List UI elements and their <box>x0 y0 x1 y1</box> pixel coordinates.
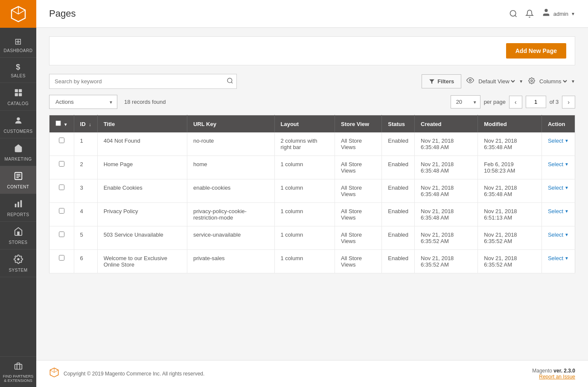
actions-select[interactable]: Actions <box>49 95 117 109</box>
table-row: 6 Welcome to our Exclusive Online Store … <box>49 250 575 273</box>
filter-icon <box>429 79 435 85</box>
row-checkbox[interactable] <box>59 161 64 167</box>
sidebar-item-sales[interactable]: $ SALES <box>0 58 36 83</box>
sidebar-item-system-label: SYSTEM <box>9 268 27 273</box>
table-row: 2 Home Page home 1 column All Store View… <box>49 156 575 179</box>
row-action-select[interactable]: Select▼ <box>548 138 569 144</box>
sidebar-item-stores-label: STORES <box>9 240 28 245</box>
filters-button[interactable]: Filters <box>422 74 461 88</box>
row-action-select[interactable]: Select▼ <box>548 161 569 167</box>
search-icon <box>509 9 518 18</box>
row-checkbox[interactable] <box>59 185 64 190</box>
row-created: Nov 21, 2018 6:35:52 AM <box>415 250 478 273</box>
toolbar-top: Add New Page <box>49 36 575 65</box>
svg-point-17 <box>544 9 547 12</box>
sidebar-item-dashboard-label: DASHBOARD <box>4 48 33 53</box>
row-checkbox[interactable] <box>59 208 64 214</box>
table-row: 4 Privacy Policy privacy-policy-cookie-r… <box>49 203 575 226</box>
row-checkbox[interactable] <box>59 232 64 237</box>
sidebar-item-reports-label: REPORTS <box>7 212 29 217</box>
sidebar-item-system[interactable]: SYSTEM <box>0 249 36 277</box>
bell-icon <box>525 9 534 18</box>
th-layout: Layout <box>274 115 335 133</box>
pagination-wrap: 203050100200 per page ‹ 1 of 3 › <box>451 95 575 108</box>
content-icon <box>14 171 23 183</box>
admin-dropdown-icon: ▼ <box>571 12 575 16</box>
row-layout: 1 column <box>274 226 335 250</box>
user-icon <box>541 8 551 17</box>
total-pages: of 3 <box>550 99 559 105</box>
top-header: Pages admin ▼ <box>36 0 588 28</box>
default-view-select[interactable]: Default View <box>477 78 516 85</box>
footer-version: Magento ver. 2.3.0 <box>532 368 575 374</box>
sidebar-item-dashboard[interactable]: ⊞ DASHBOARD <box>0 31 36 58</box>
add-new-page-button[interactable]: Add New Page <box>506 43 566 59</box>
row-created: Nov 21, 2018 6:35:48 AM <box>415 179 478 203</box>
svg-rect-0 <box>15 89 17 92</box>
row-action-select[interactable]: Select▼ <box>548 185 569 191</box>
svg-line-16 <box>515 15 517 17</box>
per-page-select-wrap: 203050100200 <box>451 95 480 108</box>
row-checkbox-cell <box>49 226 74 250</box>
row-created: Nov 21, 2018 6:35:52 AM <box>415 226 478 250</box>
svg-point-4 <box>17 117 20 120</box>
th-title: Title <box>97 115 187 133</box>
pages-table: ▼ ID ↓ Title URL Key Layout Store View S… <box>49 115 575 273</box>
row-action-select[interactable]: Select▼ <box>548 208 569 214</box>
row-title: Home Page <box>97 156 187 179</box>
row-layout: 2 columns with right bar <box>274 132 335 156</box>
sidebar-item-marketing-label: MARKETING <box>5 157 32 161</box>
search-bar: Filters Default View ▼ Columns ▼ <box>49 74 575 89</box>
th-store-view: Store View <box>335 115 381 133</box>
search-input[interactable] <box>49 74 237 89</box>
th-created: Created <box>415 115 478 133</box>
sidebar-item-customers[interactable]: CUSTOMERS <box>0 111 36 138</box>
footer-copyright: Copyright © 2019 Magento Commerce Inc. A… <box>64 371 204 377</box>
row-modified: Nov 21, 2018 6:51:13 AM <box>478 203 542 226</box>
svg-rect-3 <box>18 93 21 96</box>
sidebar-item-content[interactable]: CONTENT <box>0 166 36 194</box>
row-modified: Nov 21, 2018 6:35:52 AM <box>478 250 542 273</box>
search-button[interactable] <box>509 9 518 18</box>
row-store-view: All Store Views <box>335 226 381 250</box>
sidebar-item-reports[interactable]: REPORTS <box>0 194 36 222</box>
row-checkbox[interactable] <box>59 138 64 143</box>
report-issue-link[interactable]: Report an Issue <box>539 374 575 380</box>
prev-page-button[interactable]: ‹ <box>509 96 522 108</box>
row-modified: Nov 21, 2018 6:35:48 AM <box>478 132 542 156</box>
svg-point-18 <box>227 78 232 83</box>
search-submit-button[interactable] <box>227 77 233 86</box>
row-id: 3 <box>74 179 97 203</box>
notifications-button[interactable] <box>525 9 534 18</box>
sidebar-item-catalog[interactable]: CATALOG <box>0 83 36 111</box>
columns-dropdown-icon: ▼ <box>571 79 575 84</box>
sidebar-item-stores[interactable]: STORES <box>0 222 36 249</box>
row-id: 6 <box>74 250 97 273</box>
sidebar-item-sales-label: SALES <box>11 73 26 78</box>
action-dropdown-arrow: ▼ <box>565 138 569 143</box>
th-checkbox-dropdown[interactable]: ▼ <box>64 122 68 127</box>
page-number-input[interactable]: 1 <box>526 96 546 108</box>
row-layout: 1 column <box>274 156 335 179</box>
columns-select[interactable]: Columns <box>538 78 568 85</box>
per-page-select[interactable]: 203050100200 <box>451 95 480 108</box>
sidebar-item-content-label: CONTENT <box>7 185 29 189</box>
row-action-select[interactable]: Select▼ <box>548 255 569 261</box>
row-checkbox-cell <box>49 203 74 226</box>
row-title: Privacy Policy <box>97 203 187 226</box>
row-store-view: All Store Views <box>335 156 381 179</box>
table-row: 5 503 Service Unavailable service-unavai… <box>49 226 575 250</box>
sidebar-logo[interactable] <box>0 0 36 28</box>
footer-right: Magento ver. 2.3.0 Report an Issue <box>532 368 575 380</box>
select-all-checkbox[interactable] <box>55 120 61 126</box>
row-checkbox[interactable] <box>59 255 64 261</box>
admin-user-menu[interactable]: admin ▼ <box>541 8 575 20</box>
row-action: Select▼ <box>541 250 575 273</box>
th-id[interactable]: ID ↓ <box>74 115 97 133</box>
row-title: Enable Cookies <box>97 179 187 203</box>
row-action-select[interactable]: Select▼ <box>548 232 569 238</box>
row-status: Enabled <box>382 226 415 250</box>
sidebar-item-marketing[interactable]: MARKETING <box>0 138 36 166</box>
next-page-button[interactable]: › <box>562 96 575 108</box>
sidebar-item-partners[interactable]: FIND PARTNERS & EXTENSIONS <box>0 356 36 387</box>
